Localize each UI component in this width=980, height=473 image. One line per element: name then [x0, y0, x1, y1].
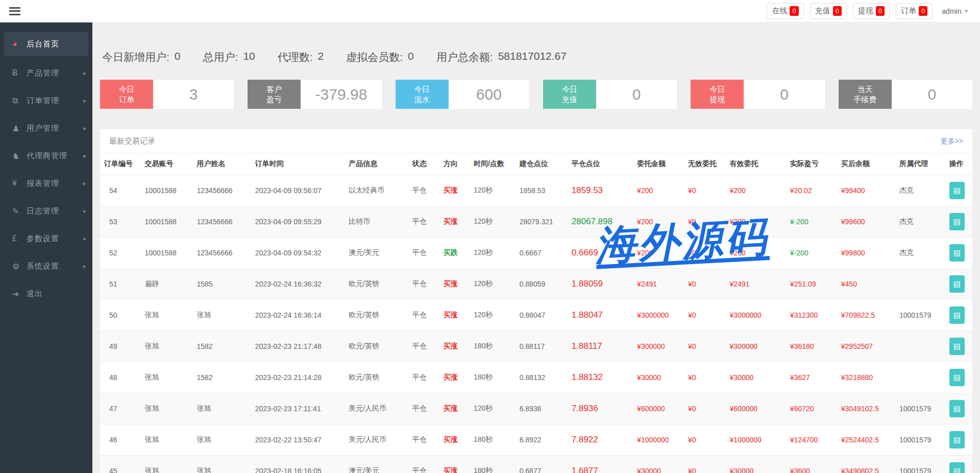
- cell-valid-stake: ¥200: [726, 206, 786, 238]
- sidebar-item[interactable]: ➔ 退出 ▸: [0, 280, 92, 308]
- table-row: 54 10001588 123456666 2023-04-09 09:56:0…: [100, 175, 972, 206]
- row-detail-button[interactable]: ▤: [949, 244, 965, 262]
- cell-direction: 买涨: [439, 206, 470, 238]
- cell-close-price: 0.6669: [568, 238, 633, 269]
- row-detail-button[interactable]: ▤: [949, 431, 965, 448]
- summary-card-value: 0: [892, 80, 972, 109]
- cell-product: 欧元/英镑: [345, 362, 408, 393]
- cell-valid-stake: ¥200: [726, 238, 786, 269]
- cell-profit: ¥124700: [786, 424, 837, 456]
- summary-card-value: 0: [596, 80, 677, 109]
- row-detail-button[interactable]: ▤: [949, 462, 965, 473]
- cell-agent: 杰克: [895, 206, 945, 238]
- cell-agent: 10001579: [895, 393, 945, 424]
- row-detail-button[interactable]: ▤: [949, 275, 965, 293]
- sidebar-item[interactable]: ✎ 日志管理 ▸: [0, 197, 92, 225]
- list-icon: ▤: [953, 373, 961, 382]
- arrow-right-icon: ▸: [83, 263, 86, 270]
- cell-invalid-stake: ¥0: [684, 331, 726, 362]
- cell-close-price: 1.88059: [568, 269, 633, 300]
- cell-username: 1582: [193, 331, 251, 362]
- sidebar-item[interactable]: ⧉ 订单管理 ▸: [0, 87, 92, 114]
- product-icon: Ƀ: [12, 68, 27, 78]
- sidebar-item[interactable]: ¥ 报表管理 ▸: [0, 170, 92, 197]
- status-badge: 0: [876, 6, 885, 16]
- summary-card-value: 3: [153, 80, 234, 109]
- cell-valid-stake: ¥600000: [726, 393, 786, 424]
- cell-account: 张旭: [141, 300, 193, 331]
- cell-status: 平仓: [408, 456, 439, 473]
- sidebar-item[interactable]: Ƀ 产品管理 ▸: [0, 59, 92, 87]
- table-row: 47 张旭 张旭 2023-02-23 17:11:41 美元/人民币 平仓 买…: [100, 393, 972, 424]
- cell-invalid-stake: ¥0: [684, 424, 726, 456]
- cell-balance: ¥3049102.5: [837, 393, 895, 424]
- cell-close-price: 28067.898: [568, 206, 633, 238]
- cell-order-time: 2023-04-09 09:55:29: [251, 206, 345, 238]
- status-pill[interactable]: 在线 0: [767, 3, 803, 19]
- cell-amount: ¥200: [633, 206, 684, 238]
- row-detail-button[interactable]: ▤: [949, 400, 965, 417]
- summary-card: 今日 流水 600: [396, 80, 529, 109]
- list-icon: ▤: [953, 248, 961, 257]
- row-detail-button[interactable]: ▤: [949, 213, 965, 230]
- cell-order-id: 53: [100, 206, 141, 238]
- cell-open-price: 1858.53: [516, 175, 568, 206]
- overview-stat-value: 2: [318, 50, 324, 64]
- sidebar-item-label: 产品管理: [27, 68, 83, 78]
- cell-open-price: 0.6667: [516, 238, 568, 269]
- summary-card: 今日 充值 0: [543, 80, 677, 109]
- admin-menu[interactable]: admin ▾: [939, 5, 971, 18]
- cell-order-id: 48: [100, 362, 141, 393]
- more-link[interactable]: 更多>>: [941, 137, 963, 146]
- logout-icon: ➔: [12, 289, 27, 299]
- sidebar-item[interactable]: ♟ 用户管理 ▸: [0, 114, 92, 142]
- sidebar-item[interactable]: ♞ 代理商管理 ▸: [0, 142, 92, 170]
- cell-valid-stake: ¥3000000: [726, 300, 786, 331]
- reports-icon: ¥: [12, 179, 27, 188]
- list-icon: ▤: [953, 435, 961, 444]
- column-header: 方向: [439, 153, 470, 175]
- summary-card-label: 今日 流水: [396, 80, 449, 109]
- column-header: 时间/点数: [470, 153, 516, 175]
- sidebar-item-label: 报表管理: [27, 179, 83, 188]
- cell-order-id: 49: [100, 331, 141, 362]
- cell-direction: 买涨: [439, 331, 470, 362]
- topbar-right: 在线 0 充值 0 提现 0 订单 0 admin: [767, 3, 971, 19]
- sidebar-item[interactable]: ⚙ 系统设置 ▸: [0, 252, 92, 280]
- status-pill-label: 提现: [858, 6, 873, 16]
- column-header: 建仓点位: [516, 153, 568, 175]
- list-icon: ▤: [953, 342, 961, 351]
- cell-direction: 买涨: [439, 175, 470, 206]
- sidebar-item[interactable]: £ 参数设置 ▸: [0, 225, 92, 252]
- cell-order-time: 2023-02-24 16:36:32: [251, 269, 345, 300]
- sidebar-item-label: 订单管理: [27, 96, 83, 106]
- status-pill[interactable]: 提现 0: [853, 3, 890, 19]
- cell-balance: ¥450: [837, 269, 895, 300]
- row-detail-button[interactable]: ▤: [949, 306, 965, 324]
- summary-card: 客户 盈亏 -379.98: [248, 80, 381, 109]
- status-pill[interactable]: 订单 0: [896, 3, 933, 19]
- hamburger-menu-icon[interactable]: [9, 7, 20, 15]
- cell-agent: 10001579: [895, 424, 945, 456]
- cell-username: 张旭: [193, 300, 251, 331]
- arrow-right-icon: ▸: [83, 97, 86, 104]
- cell-direction: 买涨: [439, 300, 470, 331]
- main-content: 今日新增用户: 0 总用户: 10 代理数: 2 虚拟会员数: 0 用户总余额:…: [92, 0, 980, 473]
- cell-account: 张旭: [141, 362, 193, 393]
- cell-valid-stake: ¥200: [726, 175, 786, 206]
- overview-stat: 代理数: 2: [278, 50, 324, 64]
- table-row: 53 10001588 123456666 2023-04-09 09:55:2…: [100, 206, 972, 238]
- status-pill[interactable]: 充值 0: [810, 3, 847, 19]
- column-header: 用户姓名: [193, 153, 251, 175]
- sidebar-item[interactable]: ◕ 后台首页 ▸: [4, 32, 88, 56]
- row-detail-button[interactable]: ▤: [949, 369, 965, 386]
- cell-status: 平仓: [408, 393, 439, 424]
- cell-duration: 120秒: [470, 300, 516, 331]
- cell-open-price: 6.8922: [516, 424, 568, 456]
- sidebar: ◕ 后台首页 ▸ Ƀ 产品管理 ▸ ⧉ 订单管理 ▸ ♟ 用户管理 ▸ ♞ 代理…: [0, 22, 92, 473]
- row-detail-button[interactable]: ▤: [949, 182, 965, 199]
- row-detail-button[interactable]: ▤: [949, 338, 965, 355]
- summary-card: 今日 订单 3: [100, 80, 234, 109]
- arrow-right-icon: ▸: [83, 207, 86, 215]
- cell-close-price: 1.6877: [568, 456, 633, 473]
